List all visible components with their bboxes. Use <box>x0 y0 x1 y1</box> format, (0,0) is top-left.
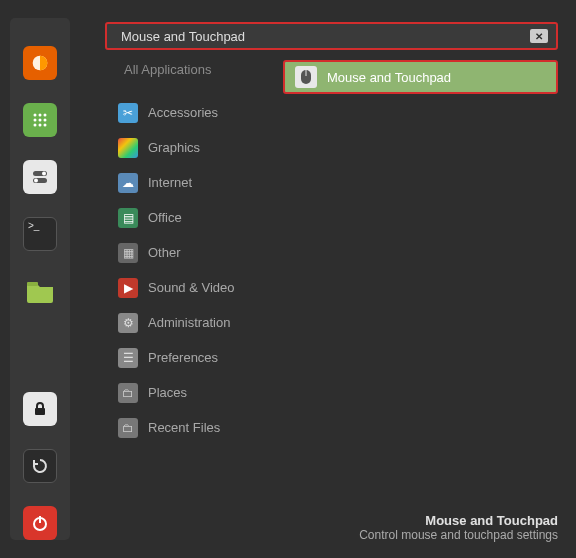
power-icon[interactable] <box>23 506 57 540</box>
gear-icon: ⚙ <box>118 313 138 333</box>
svg-point-2 <box>39 114 42 117</box>
sliders-icon: ☰ <box>118 348 138 368</box>
file-manager-icon[interactable] <box>23 274 57 308</box>
svg-point-6 <box>44 119 47 122</box>
category-list: All Applications ✂ Accessories Graphics … <box>118 62 288 445</box>
result-mouse-touchpad[interactable]: Mouse and Touchpad <box>283 60 558 94</box>
apps-grid-icon[interactable] <box>23 103 57 137</box>
svg-rect-14 <box>27 282 38 286</box>
svg-point-3 <box>44 114 47 117</box>
category-all-applications[interactable]: All Applications <box>118 62 288 77</box>
category-office[interactable]: ▤ Office <box>118 200 288 235</box>
tooltip-title: Mouse and Touchpad <box>359 513 558 528</box>
tooltip-description: Control mouse and touchpad settings <box>359 528 558 542</box>
category-administration[interactable]: ⚙ Administration <box>118 305 288 340</box>
document-icon: ▤ <box>118 208 138 228</box>
terminal-icon[interactable]: >_ <box>23 217 57 251</box>
category-recent-files[interactable]: 🗀 Recent Files <box>118 410 288 445</box>
svg-point-7 <box>34 124 37 127</box>
category-label: Recent Files <box>148 420 220 435</box>
clear-search-icon[interactable]: ✕ <box>530 29 548 43</box>
play-icon: ▶ <box>118 278 138 298</box>
lock-icon[interactable] <box>23 392 57 426</box>
scissors-icon: ✂ <box>118 103 138 123</box>
category-label: Preferences <box>148 350 218 365</box>
svg-point-1 <box>34 114 37 117</box>
category-other[interactable]: ▦ Other <box>118 235 288 270</box>
category-label: Office <box>148 210 182 225</box>
search-results: Mouse and Touchpad <box>283 60 558 94</box>
firefox-icon[interactable] <box>23 46 57 80</box>
category-accessories[interactable]: ✂ Accessories <box>118 95 288 130</box>
settings-switches-icon[interactable] <box>23 160 57 194</box>
category-label: Places <box>148 385 187 400</box>
svg-point-4 <box>34 119 37 122</box>
search-text: Mouse and Touchpad <box>121 29 530 44</box>
search-input[interactable]: Mouse and Touchpad ✕ <box>105 22 558 50</box>
menu-panel: Mouse and Touchpad ✕ All Applications ✂ … <box>88 0 576 558</box>
category-label: Graphics <box>148 140 200 155</box>
restart-icon[interactable] <box>23 449 57 483</box>
svg-rect-15 <box>35 408 45 415</box>
category-places[interactable]: 🗀 Places <box>118 375 288 410</box>
cloud-icon: ☁ <box>118 173 138 193</box>
category-label: Sound & Video <box>148 280 235 295</box>
category-sound-video[interactable]: ▶ Sound & Video <box>118 270 288 305</box>
launcher-sidebar: >_ <box>10 18 70 540</box>
svg-point-13 <box>34 179 38 183</box>
tooltip: Mouse and Touchpad Control mouse and tou… <box>359 513 558 542</box>
mouse-icon <box>295 66 317 88</box>
svg-point-9 <box>44 124 47 127</box>
category-label: Internet <box>148 175 192 190</box>
folder-icon: 🗀 <box>118 383 138 403</box>
category-label: Administration <box>148 315 230 330</box>
category-preferences[interactable]: ☰ Preferences <box>118 340 288 375</box>
svg-point-8 <box>39 124 42 127</box>
grid-icon: ▦ <box>118 243 138 263</box>
folder-recent-icon: 🗀 <box>118 418 138 438</box>
result-label: Mouse and Touchpad <box>327 70 451 85</box>
category-internet[interactable]: ☁ Internet <box>118 165 288 200</box>
svg-point-11 <box>42 172 46 176</box>
category-graphics[interactable]: Graphics <box>118 130 288 165</box>
svg-point-5 <box>39 119 42 122</box>
palette-icon <box>118 138 138 158</box>
category-label: Accessories <box>148 105 218 120</box>
category-label: Other <box>148 245 181 260</box>
